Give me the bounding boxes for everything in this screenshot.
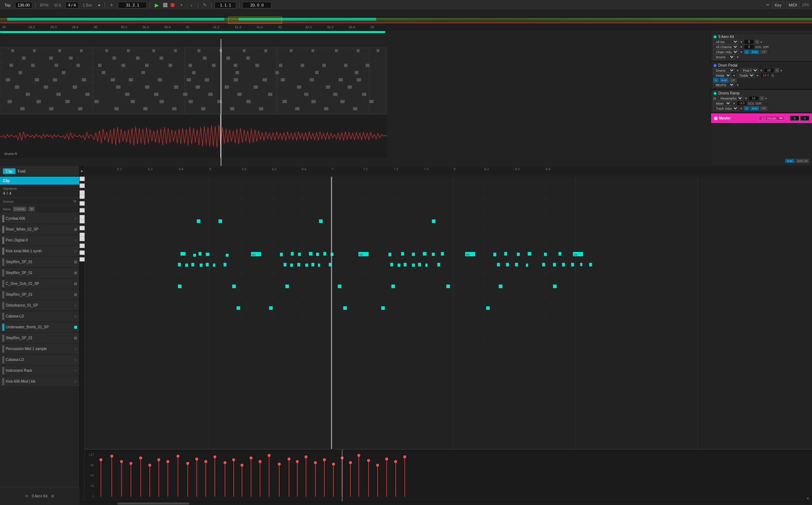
underwater-clip-btn[interactable] bbox=[74, 326, 77, 329]
cabasa2-clip-btn[interactable] bbox=[74, 358, 77, 361]
drum-pedal-s[interactable]: S bbox=[775, 68, 779, 72]
time-sig[interactable]: 4 / 4 bbox=[65, 2, 78, 8]
aero-kit-channel[interactable]: All Channel bbox=[713, 45, 739, 49]
settings-icon[interactable]: ⚙ bbox=[51, 494, 54, 498]
drums-ramp-off[interactable]: Off bbox=[760, 106, 767, 110]
color-bar[interactable]: Clip bbox=[0, 177, 79, 185]
track-perc[interactable]: Perc-Digital-9 bbox=[0, 235, 79, 246]
side-btn[interactable]: ⚙ bbox=[29, 207, 35, 211]
drum-pedal-postfx[interactable]: Post FX bbox=[740, 68, 758, 73]
stop-button[interactable] bbox=[163, 3, 167, 7]
drum-pedal-input[interactable]: Drums bbox=[713, 68, 735, 73]
kick606-clip-btn[interactable] bbox=[74, 380, 77, 383]
loop-start[interactable]: 1. 1. 1 bbox=[214, 2, 236, 8]
svg-rect-114 bbox=[340, 100, 345, 103]
cabasa1-clip-btn[interactable] bbox=[74, 315, 77, 318]
aero-kit-off[interactable]: Off bbox=[760, 50, 767, 54]
aero-kit-group[interactable]: Drums bbox=[713, 55, 735, 59]
midi-button[interactable]: MIDI bbox=[786, 2, 800, 8]
drums-ramp-track-vol[interactable]: Track Volume bbox=[713, 106, 739, 111]
track-riser[interactable]: Riser_White_02_SP bbox=[0, 224, 79, 235]
notes-grid[interactable]: Ste Ste bbox=[85, 177, 812, 501]
key-button[interactable]: Key bbox=[772, 2, 784, 8]
add-button[interactable]: + bbox=[108, 1, 115, 9]
svg-rect-26 bbox=[335, 49, 338, 52]
loop-icon[interactable]: ⟳ bbox=[25, 494, 28, 498]
cymbal-clip-btn[interactable] bbox=[74, 217, 77, 220]
fold-button[interactable]: Fold bbox=[18, 169, 25, 173]
perc-clip-btn[interactable] bbox=[74, 239, 77, 242]
drum-pedal-off[interactable]: Off bbox=[730, 78, 736, 82]
drum-pedal-auto[interactable]: Auto bbox=[720, 78, 728, 82]
drums-ramp-resampling[interactable]: Resampling bbox=[718, 96, 743, 101]
track-kick606[interactable]: Kick-606-Mod | kik bbox=[0, 376, 79, 387]
track-cymbal[interactable]: Cymbal-606 bbox=[0, 213, 79, 224]
timeline-ruler[interactable]: 29 29.2 29.3 29.4 30 30.2 30.3 30.4 31 3… bbox=[0, 25, 812, 31]
drums-ramp-mixer[interactable]: Mixer bbox=[713, 101, 731, 106]
drums-ramp-auto[interactable]: Auto bbox=[751, 106, 759, 110]
steprim2-clip-btn[interactable] bbox=[74, 272, 77, 274]
aero-kit-s[interactable]: S bbox=[755, 40, 759, 44]
drum-pedal-pedal[interactable]: Pedal bbox=[713, 73, 731, 78]
groove-icon[interactable]: ⟳ bbox=[73, 199, 76, 203]
track-disturbance[interactable]: Disturbance_01_SP bbox=[0, 300, 79, 311]
commit-button[interactable]: Commit bbox=[13, 207, 27, 211]
session-ruler-marks[interactable]: 5.2 5.3 5.4 6 6.2 6.3 6.4 7 7.2 7.3 7.4 … bbox=[85, 166, 812, 176]
auto-button[interactable]: Auto bbox=[785, 159, 794, 163]
aero-kit-chain[interactable]: Chain Volume bbox=[713, 50, 739, 54]
track-underwater[interactable]: Underwater_Bomb_01_SP bbox=[0, 322, 79, 333]
fold-arrow: ▶ bbox=[81, 169, 83, 173]
track-c-sine[interactable]: C_Sine_Dub_01_SP bbox=[0, 278, 79, 289]
percussion-clip-btn[interactable] bbox=[74, 348, 77, 350]
metronome-button[interactable]: ♪ bbox=[188, 1, 195, 9]
track-inst-rack[interactable]: Instrument Rack bbox=[0, 365, 79, 376]
inst-rack-clip-btn[interactable] bbox=[74, 369, 77, 372]
disturbance-clip-btn[interactable] bbox=[74, 304, 77, 307]
scrollbar-thumb[interactable] bbox=[117, 502, 190, 505]
drum-pattern-area[interactable] bbox=[0, 47, 387, 114]
master-input[interactable]: 1/2 Vocals bbox=[759, 116, 784, 121]
aero-kit-in[interactable]: In bbox=[744, 50, 749, 54]
drum-pedal-treble[interactable]: Treble bbox=[737, 73, 755, 78]
drum-pedal-in[interactable]: In bbox=[713, 78, 719, 82]
mini-overview[interactable] bbox=[0, 17, 812, 25]
drum-pedal-beats[interactable]: BEATS bbox=[713, 83, 735, 87]
loop-end[interactable]: 20. 0. 0 bbox=[242, 2, 271, 8]
drums-ramp-in[interactable]: In bbox=[744, 106, 749, 110]
svg-rect-120 bbox=[143, 107, 148, 110]
play-button[interactable]: ▶ bbox=[153, 1, 160, 9]
kick-tonal-clip-btn[interactable] bbox=[74, 250, 77, 253]
svg-rect-45 bbox=[169, 64, 172, 67]
c-sine-clip-btn[interactable] bbox=[74, 282, 77, 285]
track-percussion[interactable]: Percussion Mkit 1 sample bbox=[0, 344, 79, 354]
aero-kit-auto[interactable]: Auto bbox=[751, 50, 759, 54]
clip-button[interactable]: Clip bbox=[3, 168, 16, 174]
position-display[interactable]: 31. 2. 1 bbox=[118, 2, 147, 8]
aero-kit-input[interactable]: All Ins bbox=[713, 39, 739, 44]
riser-clip-btn[interactable] bbox=[74, 228, 77, 231]
track-steprim4[interactable]: StepRim_SP_01 bbox=[0, 333, 79, 344]
drums-ramp-icon bbox=[713, 92, 717, 95]
track-cabasa2[interactable]: Cabasa-LD bbox=[0, 354, 79, 365]
pencil-icon[interactable]: ✏ bbox=[766, 2, 770, 8]
steprim4-clip-btn[interactable] bbox=[74, 337, 77, 340]
drums-ramp-s[interactable]: S bbox=[760, 96, 764, 100]
svg-rect-49 bbox=[255, 64, 259, 67]
tempo-display[interactable]: 136.00 bbox=[15, 2, 33, 8]
oft-button[interactable]: Auto Oft bbox=[796, 159, 809, 163]
track-steprim2[interactable]: StepRim_SP_01 bbox=[0, 268, 79, 278]
tap-button[interactable]: Tap bbox=[3, 2, 12, 8]
loop-button[interactable]: + bbox=[178, 1, 185, 9]
draw-button[interactable]: ✎ bbox=[201, 1, 208, 9]
steprim3-clip-btn[interactable] bbox=[74, 293, 77, 296]
track-steprim1[interactable]: StepRim_SP_01 bbox=[0, 257, 79, 268]
track-cabasa1[interactable]: Cabasa-LD bbox=[0, 311, 79, 322]
track-steprim3[interactable]: StepRim_SP_01 bbox=[0, 289, 79, 300]
record-button[interactable] bbox=[170, 3, 175, 7]
loop-size[interactable]: 1 Bar bbox=[81, 2, 94, 8]
waveform-area[interactable]: Drums R bbox=[0, 114, 387, 157]
svg-rect-18 bbox=[152, 49, 155, 52]
horizontal-scrollbar[interactable]: ◉ bbox=[80, 501, 812, 505]
track-kick-tonal[interactable]: Kick tonal Mkit 1 synth bbox=[0, 246, 79, 257]
steprim1-clip-btn[interactable] bbox=[74, 261, 77, 264]
